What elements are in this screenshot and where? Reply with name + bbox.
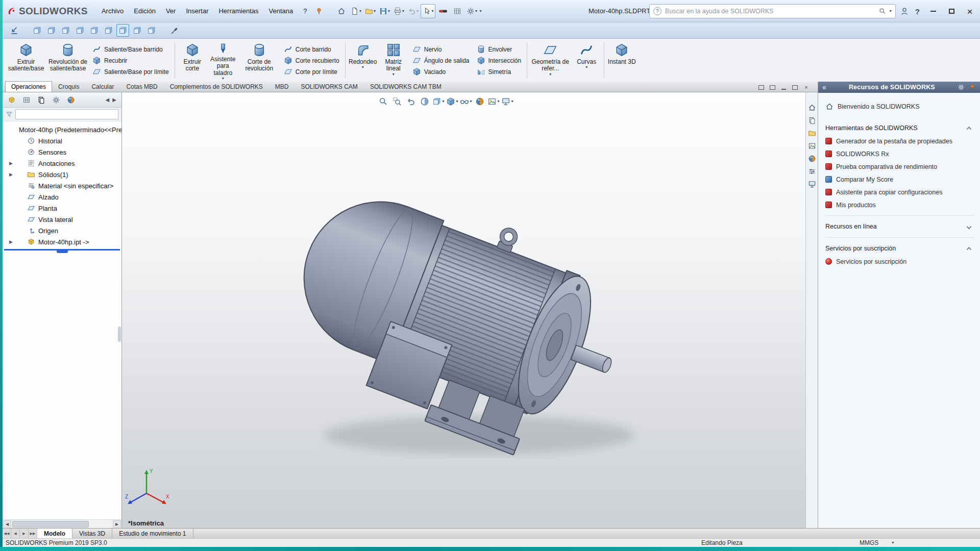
expand-arrow[interactable]: ▶ — [9, 239, 13, 244]
file-explorer-tab-icon[interactable] — [808, 129, 816, 137]
menu-archivo[interactable]: Archivo — [97, 5, 128, 17]
hide-show-items-button[interactable]: ▾ — [460, 95, 472, 108]
new-document-button[interactable]: ▾ — [349, 4, 362, 18]
display-style-button[interactable]: ▾ — [446, 95, 458, 108]
tree-item-sensores[interactable]: Sensores — [3, 146, 121, 158]
tree-item-root[interactable]: Motor-40hp (Predeterminado<<Pred — [3, 124, 121, 135]
zoom-fit-button[interactable] — [377, 95, 389, 108]
subscription-services-link[interactable]: Servicios por suscripción — [825, 255, 974, 268]
tab-modelo[interactable]: Modelo — [37, 529, 72, 538]
select-tool-button[interactable]: ▾ — [421, 4, 435, 18]
tab-complementos[interactable]: Complementos de SOLIDWORKS — [164, 81, 269, 92]
tab-solidworks-cam[interactable]: SOLIDWORKS CAM — [295, 81, 364, 92]
tab-mbd[interactable]: MBD — [269, 81, 295, 92]
appearances-tab-icon[interactable] — [808, 155, 816, 163]
expand-arrow[interactable]: ▶ — [9, 172, 13, 177]
featuremanager-tab-icon[interactable] — [8, 96, 16, 104]
view-settings-button[interactable]: ▾ — [501, 95, 513, 108]
search-input[interactable] — [665, 8, 875, 15]
pane-layout-button[interactable] — [758, 85, 765, 90]
ribbon-button-revolve-cut[interactable]: Corte de revolución — [239, 40, 280, 81]
graphics-viewport[interactable]: ▾ ▾ ▾ ▾ ▾ Y X Z *Isométrica — [122, 92, 805, 528]
print-button[interactable]: ▾ — [392, 4, 405, 18]
rebuild-button[interactable] — [436, 4, 450, 18]
search-scope-caret[interactable]: ▾ — [890, 9, 892, 13]
ribbon-button-rib[interactable]: Nervio — [412, 45, 470, 54]
scroll-thumb[interactable] — [12, 521, 89, 528]
help-button[interactable]: ? — [913, 7, 922, 16]
view-orientation-button[interactable]: ▾ — [432, 95, 445, 108]
view-right-button[interactable] — [74, 24, 86, 37]
home-button[interactable] — [335, 4, 348, 18]
tree-item-imported-part[interactable]: ▶Motor-40hp.ipt -> — [3, 236, 121, 247]
ribbon-button-linear-pattern[interactable]: Matriz lineal▾ — [379, 40, 408, 81]
fm-tab-scroll-left[interactable]: ◀ — [106, 97, 110, 103]
tree-item-vista-lateral[interactable]: Vista lateral — [3, 214, 121, 225]
user-account-icon[interactable] — [900, 7, 909, 16]
doc-close-button[interactable]: × — [803, 85, 810, 90]
close-button[interactable]: × — [963, 4, 977, 18]
open-button[interactable]: ▾ — [363, 4, 377, 18]
tool-solidworks-rx[interactable]: SOLIDWORKS Rx — [825, 147, 974, 160]
tree-item-alzado[interactable]: Alzado — [3, 191, 121, 203]
tree-item-material[interactable]: Material <sin especificar> — [3, 180, 121, 191]
tab-scroll-left[interactable]: ◀ — [11, 529, 20, 538]
minimize-button[interactable] — [926, 4, 940, 18]
apply-scene-button[interactable]: ▾ — [487, 95, 500, 108]
tool-copy-settings-wizard[interactable]: Asistente para copiar configuraciones — [825, 186, 974, 198]
ribbon-button-swept-cut[interactable]: Corte barrido — [284, 45, 339, 54]
ribbon-button-swept-boss[interactable]: Saliente/Base barrido — [92, 45, 169, 54]
view-back-button[interactable] — [45, 24, 58, 37]
view-top-button[interactable] — [88, 24, 101, 37]
ribbon-button-lofted-cut[interactable]: Corte recubierto — [284, 56, 339, 65]
tree-filter-input[interactable] — [15, 109, 118, 119]
maximize-button[interactable] — [944, 4, 959, 18]
view-palette-tab-icon[interactable] — [808, 142, 816, 150]
tab-vistas-3d[interactable]: Vistas 3D — [72, 529, 112, 538]
design-library-tab-icon[interactable] — [808, 116, 816, 124]
ribbon-button-extrude-cut[interactable]: Extruir corte — [178, 40, 207, 81]
collapse-pane-button[interactable]: « — [822, 84, 826, 91]
tool-performance-benchmark[interactable]: Prueba comparativa de rendimiento — [825, 160, 974, 173]
ribbon-button-loft[interactable]: Recubrir — [92, 56, 169, 65]
ribbon-button-draft[interactable]: Ángulo de salida — [412, 56, 470, 65]
zoom-area-button[interactable] — [391, 95, 403, 108]
rollback-bar[interactable] — [4, 249, 120, 251]
forum-tab-icon[interactable] — [808, 180, 816, 188]
ribbon-button-shell[interactable]: Vaciado — [412, 67, 470, 76]
configurations-tab-icon[interactable] — [37, 96, 45, 104]
tree-item-anotaciones[interactable]: ▶Anotaciones — [3, 158, 121, 169]
tool-compare-my-score[interactable]: Comparar My Score — [825, 173, 974, 186]
tool-my-products[interactable]: Mis productos — [825, 198, 974, 211]
model-canvas[interactable] — [122, 92, 805, 528]
propertymanager-tab-icon[interactable] — [22, 96, 31, 104]
ribbon-button-reference-geometry[interactable]: Geometría de refer...▾ — [530, 40, 571, 81]
edit-appearance-button[interactable] — [474, 95, 486, 108]
menu-ventana[interactable]: Ventana — [264, 5, 298, 17]
ribbon-button-mirror[interactable]: Simetría — [477, 67, 522, 76]
tab-cotas-mbd[interactable]: Cotas MBD — [120, 81, 163, 92]
tab-scroll-right[interactable]: ▶ — [20, 529, 29, 538]
tab-croquis[interactable]: Croquis — [52, 81, 85, 92]
tree-horizontal-scrollbar[interactable]: ◀ ▶ — [3, 519, 121, 528]
tab-calcular[interactable]: Calcular — [85, 81, 120, 92]
tree-item-origen[interactable]: Origen — [3, 225, 121, 236]
scroll-left-button[interactable]: ◀ — [3, 520, 11, 528]
dimxpert-tab-icon[interactable] — [52, 96, 60, 104]
tree-item-solidos[interactable]: ▶Sólidos(1) — [3, 169, 121, 180]
tab-estudio-movimiento[interactable]: Estudio de movimiento 1 — [112, 529, 193, 538]
welcome-link[interactable]: Bienvenido a SOLIDWORKS — [825, 99, 974, 114]
tool-property-tab-builder[interactable]: Generador de la pestaña de propiedades — [825, 135, 974, 147]
view-bottom-button[interactable] — [102, 24, 115, 37]
ribbon-button-fillet[interactable]: Redondeo▾ — [348, 40, 378, 81]
view-isometric-button[interactable] — [116, 24, 129, 37]
ribbon-button-boundary-cut[interactable]: Corte por límite — [284, 67, 339, 76]
view-front-button[interactable] — [31, 24, 43, 37]
ribbon-button-curves[interactable]: Curvas▾ — [572, 40, 601, 81]
measure-button[interactable] — [168, 24, 181, 37]
fm-tab-scroll-right[interactable]: ▶ — [112, 97, 116, 103]
expand-section-icon[interactable] — [967, 224, 972, 229]
tab-operaciones[interactable]: Operaciones — [5, 81, 52, 92]
menu-help[interactable]: ? — [299, 5, 311, 17]
resources-tab-icon[interactable] — [808, 104, 816, 112]
